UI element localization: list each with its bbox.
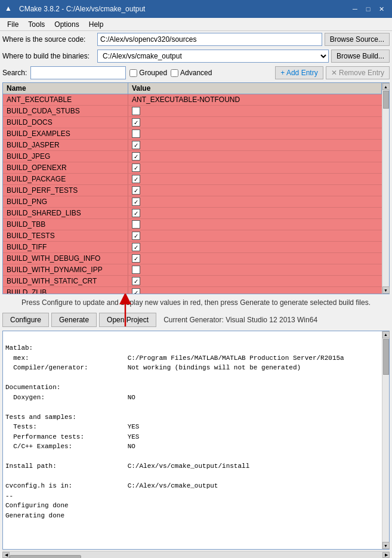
minimize-button[interactable]: ─ [349,3,361,15]
cell-value [128,219,382,230]
scroll-thumb[interactable] [383,91,389,109]
table-row[interactable]: BUILD_PNG✓ [3,196,382,208]
grouped-checkbox[interactable] [129,69,137,77]
scroll-left-arrow[interactable]: ◀ [2,552,10,558]
search-row: Search: Grouped Advanced + Add Entry ✕ R… [0,64,392,81]
log-scroll-up[interactable]: ▲ [382,331,390,338]
cell-value: ANT_EXECUTABLE-NOTFOUND [128,94,382,105]
table-row[interactable]: BUILD_TIFF✓ [3,242,382,253]
entry-checkbox[interactable]: ✓ [132,118,140,127]
advanced-label: Advanced [180,69,212,77]
entry-checkbox[interactable]: ✓ [132,141,140,149]
maximize-button[interactable]: □ [362,3,374,15]
build-select[interactable]: C:/Alex/vs/cmake_output [97,50,329,63]
cell-name: BUILD_TESTS [3,230,128,241]
table-row[interactable]: BUILD_JPEG✓ [3,151,382,162]
cell-value: ✓ [128,253,382,264]
table-row[interactable]: BUILD_DOCS✓ [3,117,382,128]
cell-name: BUILD_ZLIB [3,287,128,294]
entry-checkbox[interactable]: ✓ [132,243,140,251]
cell-value: ✓ [128,151,382,162]
scroll-down-arrow[interactable]: ▼ [382,286,390,294]
entry-checkbox[interactable]: ✓ [132,288,140,294]
log-line: Performance tests: YES [5,432,379,442]
table-row[interactable]: BUILD_JASPER✓ [3,140,382,151]
table-row[interactable]: BUILD_WITH_DYNAMIC_IPP [3,264,382,276]
table-row[interactable]: BUILD_WITH_STATIC_CRT✓ [3,276,382,287]
grouped-checkbox-label[interactable]: Grouped [129,69,167,77]
entry-checkbox[interactable] [132,107,140,115]
table-row[interactable]: BUILD_CUDA_STUBS [3,106,382,117]
column-header-value: Value [128,83,382,94]
entry-checkbox[interactable]: ✓ [132,164,140,172]
table-row[interactable]: BUILD_EXAMPLES [3,128,382,140]
search-input[interactable] [30,66,126,79]
menu-item-tools[interactable]: Tools [23,19,50,30]
table-row[interactable]: BUILD_PERF_TESTS✓ [3,185,382,196]
table-row[interactable]: BUILD_TBB [3,219,382,230]
advanced-checkbox[interactable] [171,69,178,77]
menu-item-file[interactable]: File [2,19,23,30]
log-line: Compiler/generator: Not working (binding… [5,363,379,373]
app-icon: ▲ [5,4,14,14]
advanced-checkbox-label[interactable]: Advanced [171,69,212,77]
menu-item-options[interactable]: Options [50,19,84,30]
log-line: -- [5,491,379,501]
log-line: C/C++ Examples: NO [5,442,379,452]
log-scrollbar[interactable]: ▲ ▼ [382,331,389,549]
cell-value [128,264,382,275]
cell-name: BUILD_JPEG [3,151,128,162]
cell-value: ✓ [128,230,382,241]
entry-checkbox[interactable]: ✓ [132,152,140,161]
entry-checkbox[interactable] [132,220,140,229]
cell-name: ANT_EXECUTABLE [3,94,128,105]
horizontal-thumb[interactable] [10,555,81,559]
cell-name: BUILD_DOCS [3,117,128,128]
table-row[interactable]: BUILD_OPENEXR✓ [3,162,382,174]
configure-button[interactable]: Configure [2,313,49,327]
table-row[interactable]: BUILD_WITH_DEBUG_INFO✓ [3,253,382,264]
build-label: Where to build the binaries: [2,52,95,60]
source-label: Where is the source code: [2,35,95,44]
log-scroll-down[interactable]: ▼ [382,542,390,549]
cell-value: ✓ [128,174,382,184]
table-row[interactable]: BUILD_SHARED_LIBS✓ [3,208,382,219]
table-scrollbar[interactable]: ▲ ▼ [382,83,389,294]
log-line [5,471,379,482]
table-body: ANT_EXECUTABLEANT_EXECUTABLE-NOTFOUNDBUI… [3,94,382,294]
column-header-name: Name [3,83,128,94]
generate-button[interactable]: Generate [51,313,97,327]
entry-checkbox[interactable] [132,266,140,274]
table-row[interactable]: BUILD_TESTS✓ [3,230,382,242]
entry-checkbox[interactable]: ✓ [132,254,140,263]
horizontal-scrollbar[interactable]: ◀ ▶ [2,551,390,558]
browse-source-button[interactable]: Browse Source... [325,33,390,46]
entry-checkbox[interactable]: ✓ [132,232,140,240]
cell-name: BUILD_WITH_DYNAMIC_IPP [3,264,128,275]
log-container: Matlab: mex: C:/Program Files/MATLAB/MAT… [2,331,390,550]
entry-checkbox[interactable]: ✓ [132,198,140,206]
add-entry-button[interactable]: + Add Entry [275,66,323,79]
entry-checkbox[interactable]: ✓ [132,209,140,217]
entry-checkbox[interactable] [132,130,140,138]
scroll-up-arrow[interactable]: ▲ [382,83,390,90]
scroll-right-arrow[interactable]: ▶ [382,552,390,558]
table-row[interactable]: BUILD_ZLIB✓ [3,287,382,294]
title-bar: ▲ CMake 3.8.2 - C:/Alex/vs/cmake_output … [0,0,392,18]
search-label: Search: [2,69,27,77]
entry-checkbox[interactable]: ✓ [132,277,140,285]
close-button[interactable]: ✕ [375,3,387,15]
source-input[interactable] [97,33,322,46]
table-row[interactable]: ANT_EXECUTABLEANT_EXECUTABLE-NOTFOUND [3,94,382,106]
browse-build-button[interactable]: Browse Build... [331,50,390,63]
remove-entry-button[interactable]: ✕ Remove Entry [326,66,390,79]
table-header: Name Value [3,83,382,94]
cell-value [128,128,382,139]
cell-value [128,106,382,116]
log-scroll-thumb[interactable] [383,339,389,375]
entry-checkbox[interactable]: ✓ [132,186,140,195]
menu-item-help[interactable]: Help [84,19,109,30]
entry-checkbox[interactable]: ✓ [132,175,140,183]
table-row[interactable]: BUILD_PACKAGE✓ [3,174,382,185]
cell-name: BUILD_TBB [3,219,128,230]
